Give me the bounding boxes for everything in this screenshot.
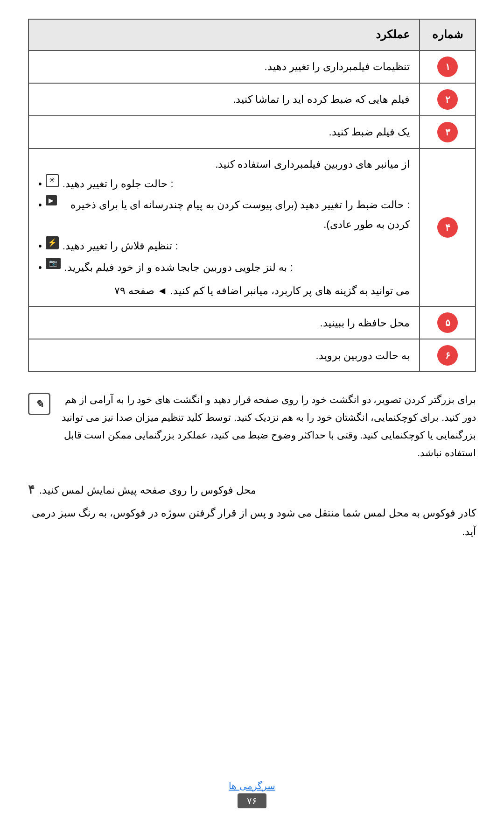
bullet-cam: • 📷 : به لنز جلویی دوربین جابجا شده و از… (38, 258, 410, 277)
features-table: شماره عملکرد ۱ تنظیمات فیلمبرداری را تغی… (28, 19, 476, 372)
bullet-video: • ▶ : حالت ضبط را تغییر دهید (برای پیوست… (38, 195, 410, 234)
step-4-title: ۴ محل فوکوس را روی صفحه پیش نمایش لمس کن… (28, 479, 476, 501)
bullet-video-text: : حالت ضبط را تغییر دهید (برای پیوست کرد… (61, 195, 410, 234)
circle-1: ۱ (437, 57, 458, 77)
circle-5: ۵ (437, 312, 458, 333)
cam-icon: 📷 (46, 258, 61, 269)
note-box: ✎ برای بزرگتر کردن تصویر، دو انگشت خود ر… (28, 391, 476, 461)
footer-page-number: ۷۶ (238, 793, 266, 808)
header-function: عملکرد (28, 19, 420, 50)
circle-2: ۲ (437, 89, 458, 110)
row-1-text: تنظیمات فیلمبرداری را تغییر دهید. (28, 50, 420, 83)
bullet-star: • ✳ : حالت جلوه را تغییر دهید. (38, 174, 410, 194)
circle-6: ۶ (437, 345, 458, 366)
bullet-dot: • (38, 258, 42, 277)
circle-3: ۳ (437, 122, 458, 142)
table-row: ۲ فیلم هایی که ضبط کرده اید را تماشا کنی… (28, 83, 476, 116)
table-row: ۵ محل حافظه را ببینید. (28, 306, 476, 339)
row-2-num: ۲ (420, 83, 476, 116)
row-5-text: محل حافظه را ببینید. (28, 306, 420, 339)
bullet-cam-text: : به لنز جلویی دوربین جابجا شده و از خود… (64, 258, 293, 277)
bullet-flash: • ⚡ : تنظیم فلاش را تغییر دهید. (38, 236, 410, 256)
table-row: ۱ تنظیمات فیلمبرداری را تغییر دهید. (28, 50, 476, 83)
bullet-dot: • (38, 236, 42, 256)
flash-icon: ⚡ (46, 236, 59, 249)
bullet-star-text: : حالت جلوه را تغییر دهید. (63, 174, 174, 194)
note-text: برای بزرگتر کردن تصویر، دو انگشت خود را … (58, 391, 476, 461)
row-4-text-block: از میانبر های دوربین فیلمبرداری استفاده … (38, 155, 410, 301)
step-4-block: ۴ محل فوکوس را روی صفحه پیش نمایش لمس کن… (28, 479, 476, 541)
table-row: ۶ به حالت دوربین بروید. (28, 339, 476, 372)
star-icon: ✳ (46, 174, 59, 187)
page-footer: سرگرمی ها ۷۶ (0, 780, 504, 808)
step-4-line1: محل فوکوس را روی صفحه پیش نمایش لمس کنید… (39, 481, 256, 500)
step-4-num: ۴ (28, 479, 35, 501)
row-1-num: ۱ (420, 50, 476, 83)
row-6-num: ۶ (420, 339, 476, 372)
video-icon: ▶ (46, 195, 57, 205)
bullet-dot: • (38, 195, 42, 215)
row-5-num: ۵ (420, 306, 476, 339)
row-4-num: ۴ (420, 148, 476, 307)
table-row: ۳ یک فیلم ضبط کنید. (28, 116, 476, 148)
row-4-main: از میانبر های دوربین فیلمبرداری استفاده … (38, 155, 410, 174)
row-6-text: به حالت دوربین بروید. (28, 339, 420, 372)
row-2-text: فیلم هایی که ضبط کرده اید را تماشا کنید. (28, 83, 420, 116)
table-row: ۴ از میانبر های دوربین فیلمبرداری استفاد… (28, 148, 476, 307)
header-number: شماره (420, 19, 476, 50)
step-4-line2: کادر فوکوس به محل لمس شما منتقل می شود و… (28, 504, 476, 541)
bullet-dot: • (38, 174, 42, 194)
note-icon: ✎ (28, 393, 50, 415)
row-3-num: ۳ (420, 116, 476, 148)
bullet-flash-text: : تنظیم فلاش را تغییر دهید. (63, 236, 178, 256)
footer-category: سرگرمی ها (229, 780, 275, 792)
row-3-text: یک فیلم ضبط کنید. (28, 116, 420, 148)
circle-4: ۴ (437, 217, 458, 238)
row-4-footer: می توانید به گزینه های پر کاربرد، میانبر… (38, 281, 410, 301)
row-4-content: از میانبر های دوربین فیلمبرداری استفاده … (28, 148, 420, 307)
page-container: شماره عملکرد ۱ تنظیمات فیلمبرداری را تغی… (0, 0, 504, 827)
